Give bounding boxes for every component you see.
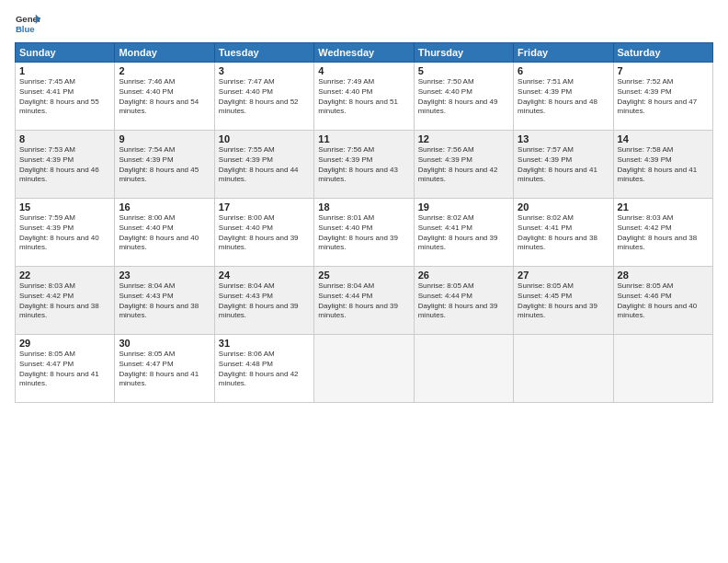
day-info: Sunrise: 7:59 AMSunset: 4:39 PMDaylight:… — [19, 213, 110, 253]
calendar-cell: 23Sunrise: 8:04 AMSunset: 4:43 PMDayligh… — [115, 267, 214, 335]
day-number: 20 — [518, 201, 609, 213]
calendar-cell: 3Sunrise: 7:47 AMSunset: 4:40 PMDaylight… — [214, 63, 313, 131]
day-number: 13 — [518, 133, 609, 144]
svg-text:Blue: Blue — [16, 24, 35, 34]
day-number: 30 — [119, 338, 210, 349]
day-number: 24 — [219, 270, 310, 281]
day-number: 8 — [19, 133, 110, 144]
calendar-cell: 7Sunrise: 7:52 AMSunset: 4:39 PMDaylight… — [613, 63, 712, 131]
day-number: 12 — [418, 133, 509, 144]
calendar-cell: 6Sunrise: 7:51 AMSunset: 4:39 PMDaylight… — [514, 63, 613, 131]
calendar-cell: 31Sunrise: 8:06 AMSunset: 4:48 PMDayligh… — [214, 335, 313, 403]
logo-icon: General Blue — [15, 11, 40, 37]
calendar-cell: 25Sunrise: 8:04 AMSunset: 4:44 PMDayligh… — [314, 267, 414, 335]
day-number: 1 — [19, 65, 110, 76]
calendar-cell: 29Sunrise: 8:05 AMSunset: 4:47 PMDayligh… — [16, 335, 115, 403]
calendar-cell: 17Sunrise: 8:00 AMSunset: 4:40 PMDayligh… — [214, 199, 313, 267]
day-number: 28 — [618, 270, 709, 281]
day-number: 2 — [119, 65, 210, 76]
day-info: Sunrise: 8:06 AMSunset: 4:48 PMDaylight:… — [219, 350, 310, 389]
day-number: 3 — [219, 65, 310, 76]
day-number: 22 — [19, 270, 110, 281]
day-info: Sunrise: 8:02 AMSunset: 4:41 PMDaylight:… — [518, 213, 609, 253]
day-info: Sunrise: 7:58 AMSunset: 4:39 PMDaylight:… — [618, 145, 709, 185]
day-info: Sunrise: 7:56 AMSunset: 4:39 PMDaylight:… — [418, 145, 509, 185]
day-number: 23 — [119, 270, 210, 281]
calendar-cell: 2Sunrise: 7:46 AMSunset: 4:40 PMDaylight… — [115, 63, 214, 131]
day-info: Sunrise: 7:49 AMSunset: 4:40 PMDaylight:… — [318, 77, 409, 117]
day-info: Sunrise: 7:47 AMSunset: 4:40 PMDaylight:… — [219, 77, 310, 117]
header-cell-sunday: Sunday — [16, 43, 115, 63]
calendar-page: General Blue SundayMondayTuesdayWednesda… — [0, 0, 728, 563]
logo: General Blue — [15, 11, 40, 37]
day-number: 26 — [418, 270, 509, 281]
calendar-cell: 11Sunrise: 7:56 AMSunset: 4:39 PMDayligh… — [314, 131, 414, 199]
day-number: 6 — [518, 65, 609, 76]
header-cell-thursday: Thursday — [414, 43, 513, 63]
calendar-cell: 5Sunrise: 7:50 AMSunset: 4:40 PMDaylight… — [414, 63, 513, 131]
day-number: 10 — [219, 133, 310, 144]
day-number: 16 — [119, 201, 210, 213]
calendar-cell: 22Sunrise: 8:03 AMSunset: 4:42 PMDayligh… — [16, 267, 115, 335]
calendar-cell — [314, 335, 414, 403]
day-info: Sunrise: 8:04 AMSunset: 4:43 PMDaylight:… — [119, 282, 210, 321]
day-info: Sunrise: 7:50 AMSunset: 4:40 PMDaylight:… — [418, 77, 509, 117]
calendar-cell: 13Sunrise: 7:57 AMSunset: 4:39 PMDayligh… — [514, 131, 613, 199]
day-info: Sunrise: 7:45 AMSunset: 4:41 PMDaylight:… — [19, 77, 110, 117]
header: General Blue — [15, 11, 713, 37]
day-info: Sunrise: 8:01 AMSunset: 4:40 PMDaylight:… — [318, 213, 409, 253]
day-info: Sunrise: 7:56 AMSunset: 4:39 PMDaylight:… — [318, 145, 409, 185]
calendar-cell — [414, 335, 513, 403]
header-cell-wednesday: Wednesday — [314, 43, 414, 63]
day-info: Sunrise: 7:51 AMSunset: 4:39 PMDaylight:… — [518, 77, 609, 117]
day-number: 5 — [418, 65, 509, 76]
day-info: Sunrise: 8:04 AMSunset: 4:43 PMDaylight:… — [219, 282, 310, 321]
calendar-cell: 20Sunrise: 8:02 AMSunset: 4:41 PMDayligh… — [514, 199, 613, 267]
header-cell-friday: Friday — [514, 43, 613, 63]
day-number: 31 — [219, 338, 310, 349]
day-number: 14 — [618, 133, 709, 144]
day-info: Sunrise: 8:05 AMSunset: 4:45 PMDaylight:… — [518, 282, 609, 321]
day-number: 17 — [219, 201, 310, 213]
calendar-cell: 4Sunrise: 7:49 AMSunset: 4:40 PMDaylight… — [314, 63, 414, 131]
calendar-cell: 19Sunrise: 8:02 AMSunset: 4:41 PMDayligh… — [414, 199, 513, 267]
calendar-cell: 8Sunrise: 7:53 AMSunset: 4:39 PMDaylight… — [16, 131, 115, 199]
day-info: Sunrise: 8:03 AMSunset: 4:42 PMDaylight:… — [618, 213, 709, 253]
calendar-cell: 9Sunrise: 7:54 AMSunset: 4:39 PMDaylight… — [115, 131, 214, 199]
day-number: 18 — [318, 201, 409, 213]
day-number: 9 — [119, 133, 210, 144]
day-info: Sunrise: 8:05 AMSunset: 4:47 PMDaylight:… — [119, 350, 210, 389]
header-cell-monday: Monday — [115, 43, 214, 63]
calendar-cell: 12Sunrise: 7:56 AMSunset: 4:39 PMDayligh… — [414, 131, 513, 199]
header-cell-tuesday: Tuesday — [214, 43, 313, 63]
day-number: 29 — [19, 338, 110, 349]
day-info: Sunrise: 8:04 AMSunset: 4:44 PMDaylight:… — [318, 282, 409, 321]
day-number: 21 — [618, 201, 709, 213]
day-info: Sunrise: 7:54 AMSunset: 4:39 PMDaylight:… — [119, 145, 210, 185]
calendar-cell: 26Sunrise: 8:05 AMSunset: 4:44 PMDayligh… — [414, 267, 513, 335]
calendar-cell: 1Sunrise: 7:45 AMSunset: 4:41 PMDaylight… — [16, 63, 115, 131]
calendar-cell — [514, 335, 613, 403]
calendar-cell: 30Sunrise: 8:05 AMSunset: 4:47 PMDayligh… — [115, 335, 214, 403]
day-info: Sunrise: 8:05 AMSunset: 4:44 PMDaylight:… — [418, 282, 509, 321]
day-info: Sunrise: 7:46 AMSunset: 4:40 PMDaylight:… — [119, 77, 210, 117]
day-number: 4 — [318, 65, 409, 76]
calendar-cell: 18Sunrise: 8:01 AMSunset: 4:40 PMDayligh… — [314, 199, 414, 267]
day-info: Sunrise: 7:53 AMSunset: 4:39 PMDaylight:… — [19, 145, 110, 185]
calendar-cell: 16Sunrise: 8:00 AMSunset: 4:40 PMDayligh… — [115, 199, 214, 267]
calendar-table: SundayMondayTuesdayWednesdayThursdayFrid… — [15, 42, 713, 403]
calendar-cell — [613, 335, 712, 403]
day-info: Sunrise: 8:02 AMSunset: 4:41 PMDaylight:… — [418, 213, 509, 253]
calendar-cell: 15Sunrise: 7:59 AMSunset: 4:39 PMDayligh… — [16, 199, 115, 267]
day-info: Sunrise: 7:55 AMSunset: 4:39 PMDaylight:… — [219, 145, 310, 185]
day-number: 25 — [318, 270, 409, 281]
calendar-cell: 21Sunrise: 8:03 AMSunset: 4:42 PMDayligh… — [613, 199, 712, 267]
calendar-cell: 24Sunrise: 8:04 AMSunset: 4:43 PMDayligh… — [214, 267, 313, 335]
calendar-cell: 27Sunrise: 8:05 AMSunset: 4:45 PMDayligh… — [514, 267, 613, 335]
header-cell-saturday: Saturday — [613, 43, 712, 63]
day-number: 7 — [618, 65, 709, 76]
day-info: Sunrise: 7:52 AMSunset: 4:39 PMDaylight:… — [618, 77, 709, 117]
day-info: Sunrise: 8:00 AMSunset: 4:40 PMDaylight:… — [219, 213, 310, 253]
day-number: 15 — [19, 201, 110, 213]
day-info: Sunrise: 8:03 AMSunset: 4:42 PMDaylight:… — [19, 282, 110, 321]
